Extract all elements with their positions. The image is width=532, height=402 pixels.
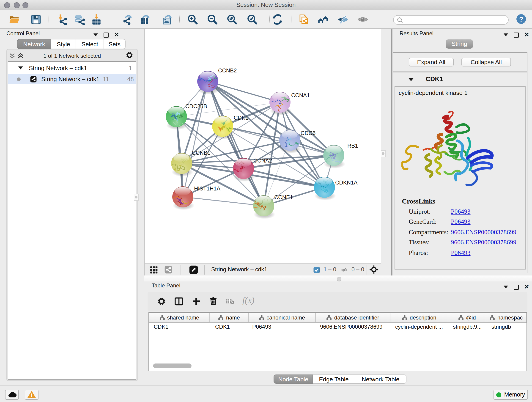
- svg-text:HIST1H1A: HIST1H1A: [194, 185, 220, 191]
- svg-text:CCNA1: CCNA1: [291, 92, 310, 98]
- svg-text:CCNA2: CCNA2: [253, 157, 272, 164]
- svg-text:CCNB2: CCNB2: [218, 67, 237, 74]
- svg-text:RB1: RB1: [347, 143, 358, 149]
- svg-text:CDC6: CDC6: [301, 130, 316, 136]
- svg-text:CDK1: CDK1: [234, 115, 248, 121]
- svg-text:CCNE1: CCNE1: [274, 194, 293, 200]
- svg-text:CDKN1A: CDKN1A: [335, 179, 357, 186]
- svg-text:CDC25B: CDC25B: [185, 103, 207, 109]
- svg-text:CCNB1: CCNB1: [192, 150, 210, 156]
